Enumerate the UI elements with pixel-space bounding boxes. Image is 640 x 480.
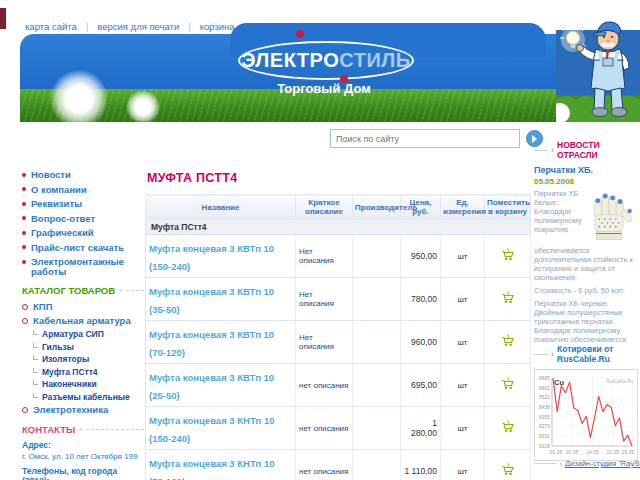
- add-to-cart-button[interactable]: [500, 377, 515, 390]
- table-header-row: НазваниеКраткое описаниеПроизводительЦен…: [146, 195, 531, 220]
- product-name-cell: Муфта концевая 3 КВТп 10 (70-120): [146, 321, 296, 364]
- catalog-subitem-label: Разъемы кабельные: [42, 393, 130, 402]
- quotes-section-header: Котировки от RusCable.Ru: [534, 344, 638, 364]
- svg-text:21.05: 21.05: [606, 449, 619, 455]
- product-price-cell: 960,00: [401, 321, 441, 364]
- sidebar-item-4[interactable]: Вопрос-ответ: [22, 214, 144, 224]
- product-link[interactable]: Муфта концевая 3 КНТп 10 (150-240): [149, 415, 275, 444]
- site-logo[interactable]: ЭЛЕКТРОСТИЛЬ: [238, 41, 414, 80]
- chart-title: Cu: [554, 378, 564, 387]
- product-unit-cell: шт: [441, 450, 485, 480]
- product-manufacturer-cell: [353, 235, 401, 278]
- add-to-cart-button[interactable]: [500, 334, 515, 347]
- branch-icon: [33, 368, 38, 373]
- separator: |: [188, 21, 190, 32]
- sidebar-item-3[interactable]: Реквизиты: [22, 199, 144, 209]
- divider: [534, 150, 548, 151]
- product-price-cell: 950,00: [401, 235, 441, 278]
- sidebar-item-5[interactable]: Графический: [22, 228, 144, 238]
- table-row: Муфта концевая 3 КНТп 10 (150-240)нет оп…: [146, 407, 531, 450]
- bullet-icon: [22, 173, 26, 177]
- catalog-subitem-2[interactable]: Гильзы: [33, 343, 144, 352]
- sidebar-item-7[interactable]: Электромонтажные работы: [22, 257, 144, 276]
- product-manufacturer-cell: [353, 450, 401, 480]
- table-row: Муфта концевая 3 КВТп 10 (150-240)Нет оп…: [146, 235, 531, 278]
- topnav-link-1[interactable]: карта сайта: [25, 21, 77, 32]
- main-menu: НовостиО компанииРеквизитыВопрос-ответГр…: [22, 170, 144, 276]
- branch-icon: [33, 393, 38, 398]
- product-link[interactable]: Муфта концевая 3 КВТп 10 (35-50): [149, 286, 274, 315]
- catalog-children: Арматура СИПГильзыИзоляторыМуфта ПСтт4На…: [33, 330, 144, 402]
- add-to-cart-button[interactable]: [500, 248, 515, 261]
- top-nav: карта сайта|версия для печати|корзина: [25, 21, 235, 32]
- logo-text-secondary: СТИЛЬ: [339, 49, 410, 72]
- add-to-cart-icon: [500, 248, 515, 261]
- mascot-electrician-illustration: [556, 0, 640, 122]
- product-link[interactable]: Муфта концевая 3 КВТп 10 (150-240): [149, 243, 274, 272]
- catalog-header: КАТАЛОГ ТОВАРОВ: [22, 285, 144, 296]
- phones-label: Телефоны, код города (3812):: [22, 467, 144, 480]
- product-cart-cell: [485, 407, 531, 450]
- svg-text:14.05: 14.05: [586, 449, 599, 455]
- product-manufacturer-cell: [353, 364, 401, 407]
- search-bar: [330, 129, 543, 148]
- search-input[interactable]: [330, 129, 520, 148]
- product-link[interactable]: Муфта концевая 3 КНТп 10 (70-120): [149, 458, 275, 480]
- sidebar-item-2[interactable]: О компании: [22, 185, 144, 195]
- add-to-cart-button[interactable]: [500, 420, 515, 433]
- design-studio-link[interactable]: Дизайн-студия "RayStudio": [565, 459, 640, 468]
- catalog-subitem-4[interactable]: Муфта ПСтт4: [33, 368, 144, 377]
- catalog-item-1[interactable]: КПП: [22, 302, 144, 312]
- topnav-link-2[interactable]: версия для печати: [97, 21, 179, 32]
- catalog-subitem-5[interactable]: Наконечники: [33, 380, 144, 389]
- bullet-icon: [22, 202, 26, 206]
- catalog-subitem-6[interactable]: Разъемы кабельные: [33, 393, 144, 402]
- catalog-item-3[interactable]: Электротехника: [22, 405, 144, 415]
- news-item-link[interactable]: Перчатки ХБ.: [534, 165, 638, 175]
- catalog-item-label: Кабельная арматура: [33, 316, 131, 326]
- add-to-cart-icon: [500, 291, 515, 304]
- group-row: Муфта ПСтт4: [146, 220, 531, 235]
- products-table: НазваниеКраткое описаниеПроизводительЦен…: [145, 194, 531, 480]
- plus-icon: [118, 288, 123, 294]
- catalog-subitem-1[interactable]: Арматура СИП: [33, 330, 144, 339]
- sidebar-item-1[interactable]: Новости: [22, 170, 144, 180]
- product-cart-cell: [485, 321, 531, 364]
- quotes-header-link[interactable]: Котировки от RusCable.Ru: [557, 344, 638, 364]
- topnav-link-3[interactable]: корзина: [200, 21, 235, 32]
- divider: [534, 463, 556, 464]
- svg-text:8520: 8520: [539, 394, 550, 400]
- catalog-subitem-3[interactable]: Изоляторы: [33, 355, 144, 364]
- divider: [126, 290, 144, 291]
- table-row: Муфта концевая 3 КВТп 10 (70-120)Нет опи…: [146, 321, 531, 364]
- column-header-1: Название: [146, 195, 296, 220]
- svg-text:07.05: 07.05: [566, 449, 579, 455]
- bullet-icon: [22, 231, 26, 235]
- left-sidebar: НовостиО компанииРеквизитыВопрос-ответГр…: [22, 170, 144, 480]
- design-footer: Дизайн-студия "RayStudio": [534, 459, 638, 468]
- catalog-subitem-label: Арматура СИП: [42, 330, 104, 339]
- product-name-cell: Муфта концевая 3 КНТп 10 (150-240): [146, 407, 296, 450]
- product-link[interactable]: Муфта концевая 3 КВТп 10 (70-120): [149, 329, 274, 358]
- product-manufacturer-cell: [353, 321, 401, 364]
- add-to-cart-button[interactable]: [500, 463, 515, 476]
- sidebar-item-label: О компании: [31, 185, 87, 195]
- news-price: Стоимость - 6 руб. 50 коп.: [534, 286, 638, 295]
- add-to-cart-icon: [500, 420, 515, 433]
- catalog-item-2[interactable]: Кабельная арматура: [22, 316, 144, 326]
- column-header-2: Краткое описание: [296, 195, 353, 220]
- add-to-cart-button[interactable]: [500, 291, 515, 304]
- product-link[interactable]: Муфта концевая 3 КВТп 10 (25-50): [149, 372, 274, 401]
- catalog-header-label: КАТАЛОГ ТОВАРОВ: [22, 285, 115, 296]
- bullet-icon: [22, 187, 26, 191]
- header-banner: ЭЛЕКТРОСТИЛЬ Торговый Дом: [20, 34, 556, 122]
- contacts-header: КОНТАКТЫ: [22, 424, 144, 435]
- column-header-6: Поместить в корзину: [485, 195, 531, 220]
- product-name-cell: Муфта концевая 3 КВТп 10 (25-50): [146, 364, 296, 407]
- catalog-subitem-label: Муфта ПСтт4: [42, 368, 98, 377]
- sidebar-item-6[interactable]: Прайс-лист скачать: [22, 243, 144, 253]
- add-to-cart-icon: [500, 463, 515, 476]
- product-unit-cell: шт: [441, 235, 485, 278]
- svg-text:8602: 8602: [539, 385, 550, 391]
- sidebar-item-label: Вопрос-ответ: [31, 214, 95, 224]
